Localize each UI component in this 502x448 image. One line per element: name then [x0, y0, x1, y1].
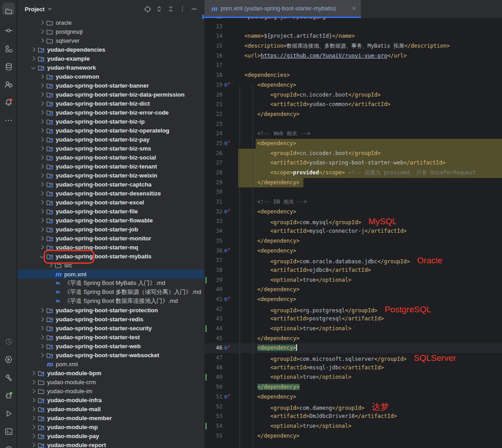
tree-chevron-icon[interactable]	[38, 156, 45, 159]
tree-chevron-icon[interactable]	[30, 417, 37, 420]
tree-item[interactable]: yudao-spring-boot-starter-protection	[18, 306, 204, 315]
tree-item[interactable]: yudao-module-bpm	[18, 368, 204, 377]
tree-chevron-icon[interactable]	[30, 57, 37, 60]
tree-item[interactable]: yudao-module-pay	[18, 431, 204, 440]
tree-chevron-icon[interactable]	[30, 426, 37, 429]
terminal-icon[interactable]	[0, 423, 17, 439]
tree-item[interactable]: yudao-spring-boot-starter-job	[18, 225, 204, 234]
tree-chevron-icon[interactable]	[38, 219, 45, 222]
more-tool-windows-icon[interactable]	[0, 112, 17, 129]
tree-item[interactable]: yudao-module-report	[18, 440, 204, 448]
code-line-51[interactable]: 51◎↑<dependency>	[204, 392, 502, 402]
tree-item[interactable]: postgresql	[18, 27, 204, 36]
tree-chevron-icon[interactable]	[38, 21, 45, 24]
code-editor[interactable]: 12<packaging>jar</packaging>1314<name>${…	[204, 12, 502, 448]
dependency-upgrade-icon[interactable]: ◎↑	[224, 296, 227, 302]
dependency-upgrade-icon[interactable]: ◎↑	[224, 208, 227, 214]
tree-chevron-icon[interactable]	[38, 174, 45, 177]
project-folder-icon[interactable]	[0, 3, 17, 19]
tree-chevron-icon[interactable]	[38, 309, 45, 312]
tree-chevron-icon[interactable]	[30, 67, 37, 69]
notifications-bell-icon[interactable]	[0, 94, 17, 111]
tree-chevron-icon[interactable]	[38, 192, 45, 195]
tree-item[interactable]: mpom.xml	[18, 359, 204, 368]
tree-chevron-icon[interactable]	[38, 246, 45, 249]
tree-chevron-icon[interactable]	[38, 201, 45, 204]
tree-item[interactable]: yudao-spring-boot-starter-security	[18, 324, 204, 333]
tree-item[interactable]: yudao-spring-boot-starter-flowable	[18, 216, 204, 225]
tree-chevron-icon[interactable]	[38, 75, 45, 78]
debug-bug-icon[interactable]	[0, 387, 17, 404]
tree-chevron-icon[interactable]	[38, 345, 45, 348]
code-line-37[interactable]: 37<groupId>com.oracle.database.jdbc</gro…	[204, 256, 502, 266]
tree-chevron-icon[interactable]	[47, 264, 54, 267]
code-line-53[interactable]: 53<artifactId>DmJdbcDriver18</artifactId…	[204, 412, 502, 421]
code-line-41[interactable]: 41◎↑<dependency>	[204, 295, 502, 305]
code-line-54[interactable]: 54<optional>true</optional>	[204, 421, 502, 431]
profiler-icon[interactable]	[0, 333, 17, 350]
tree-item[interactable]: yudao-framework	[18, 63, 204, 72]
tree-chevron-icon[interactable]	[38, 39, 45, 42]
code-line-32[interactable]: 32◎↑<dependency>	[204, 207, 502, 217]
code-line-15[interactable]: 15<description>数据库连接池、多数据源、事务、MyBatis 拓展…	[204, 41, 502, 51]
expand-all-icon[interactable]	[154, 4, 164, 14]
tree-chevron-icon[interactable]	[30, 444, 37, 447]
code-line-33[interactable]: 33<groupId>com.mysql</groupId>MySQL	[204, 217, 502, 226]
tree-item[interactable]: M↓《芋道 Spring Boot 数据库连接池入门》.md	[18, 297, 204, 306]
panel-scrollbar-thumb[interactable]	[202, 15, 204, 19]
tree-chevron-icon[interactable]	[38, 30, 45, 33]
code-line-52[interactable]: 52<groupId>com.dameng</groupId>达梦	[204, 402, 502, 412]
tree-chevron-icon[interactable]	[38, 210, 45, 213]
tree-item[interactable]: yudao-spring-boot-starter-redis	[18, 315, 204, 324]
tree-chevron-icon[interactable]	[38, 102, 45, 105]
tree-chevron-icon[interactable]	[38, 228, 45, 231]
tree-item[interactable]: oracle	[18, 18, 204, 27]
tree-item[interactable]: yudao-spring-boot-starter-biz-operatelog	[18, 126, 204, 135]
kebab-menu-icon[interactable]	[178, 4, 187, 14]
code-line-39[interactable]: 39<optional>true</optional>	[204, 275, 502, 285]
code-line-26[interactable]: 26<groupId>cn.iocoder.boot</groupId>	[204, 149, 502, 159]
tree-chevron-icon[interactable]	[30, 435, 37, 438]
tree-item[interactable]: M↓《芋道 Spring Boot MyBatis 入门》.md	[18, 279, 204, 288]
tree-chevron-icon[interactable]	[38, 336, 45, 339]
tree-item[interactable]: sqlserver	[18, 36, 204, 45]
tree-item[interactable]: yudao-common	[18, 72, 204, 81]
dependency-upgrade-icon[interactable]: ◎↑	[224, 82, 227, 88]
code-line-47[interactable]: 47<groupId>com.microsoft.sqlserver</grou…	[204, 353, 502, 363]
tree-item[interactable]: yudao-spring-boot-starter-biz-ip	[18, 117, 204, 126]
tree-chevron-icon[interactable]	[30, 48, 37, 51]
tree-chevron-icon[interactable]	[38, 165, 45, 168]
tree-item[interactable]: yudao-spring-boot-starter-file	[18, 207, 204, 216]
code-line-38[interactable]: 38<artifactId>ojdbc8</artifactId>	[204, 266, 502, 275]
tree-item[interactable]: yudao-module-infra	[18, 395, 204, 404]
code-line-48[interactable]: 48<artifactId>mssql-jdbc</artifactId>	[204, 363, 502, 373]
dependency-upgrade-icon[interactable]: ◎↑	[224, 140, 227, 146]
tree-item[interactable]: yudao-spring-boot-starter-monitor	[18, 234, 204, 243]
code-line-13[interactable]: 13	[204, 22, 502, 32]
run-icon[interactable]	[0, 405, 17, 421]
tree-chevron-icon[interactable]	[38, 129, 45, 132]
tree-item[interactable]: yudao-spring-boot-starter-biz-social	[18, 153, 204, 162]
tree-chevron-icon[interactable]	[38, 93, 45, 96]
tree-chevron-icon[interactable]	[38, 327, 45, 330]
code-line-28[interactable]: 28<scope>provided</scope> <!-- 设置为 provi…	[204, 168, 502, 178]
tree-chevron-icon[interactable]	[30, 381, 37, 384]
code-line-22[interactable]: 22</dependency>	[204, 110, 502, 120]
code-line-44[interactable]: 44<optional>true</optional>	[204, 324, 502, 334]
users-question-icon[interactable]: ?	[0, 76, 17, 93]
tree-item[interactable]: M↓《芋道 Spring Boot 多数据源（读写分离）入门》.md	[18, 288, 204, 297]
code-line-18[interactable]: 18<dependencies>	[204, 71, 502, 80]
tree-chevron-icon[interactable]	[38, 354, 45, 357]
tree-item[interactable]: yudao-spring-boot-starter-web	[18, 342, 204, 350]
code-line-55[interactable]: 55</dependency>	[204, 431, 502, 441]
tree-chevron-icon[interactable]	[30, 399, 37, 402]
code-line-46[interactable]: 46◎↑<dependency>	[204, 343, 502, 353]
code-line-49[interactable]: 49<optional>true</optional>	[204, 373, 502, 382]
project-title[interactable]: Project	[25, 6, 44, 13]
code-line-16[interactable]: 16<url>https://github.com/YunaiV/ruoyi-v…	[204, 51, 502, 61]
code-line-20[interactable]: 20<groupId>cn.iocoder.boot</groupId>	[204, 90, 502, 100]
code-line-27[interactable]: 27<artifactId>yudao-spring-boot-starter-…	[204, 158, 502, 168]
tree-item[interactable]: yudao-spring-boot-starter-websocket	[18, 350, 204, 359]
tree-item[interactable]: yudao-module-mp	[18, 422, 204, 431]
code-line-29[interactable]: 29</dependency>	[204, 178, 502, 188]
